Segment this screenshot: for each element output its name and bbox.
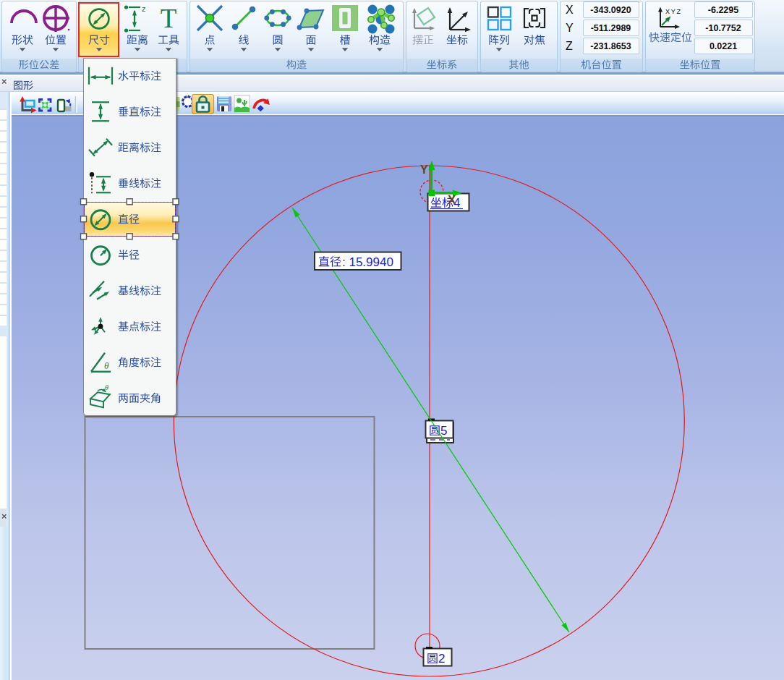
- svg-text:5: 5: [440, 424, 447, 438]
- svg-text:: 15.9940: : 15.9940: [342, 255, 393, 269]
- svg-text:θ: θ: [104, 360, 109, 371]
- svg-text:θ: θ: [105, 383, 108, 391]
- svg-text:X: X: [448, 193, 456, 207]
- svg-text:Y: Y: [420, 163, 428, 176]
- svg-text:2: 2: [438, 652, 445, 666]
